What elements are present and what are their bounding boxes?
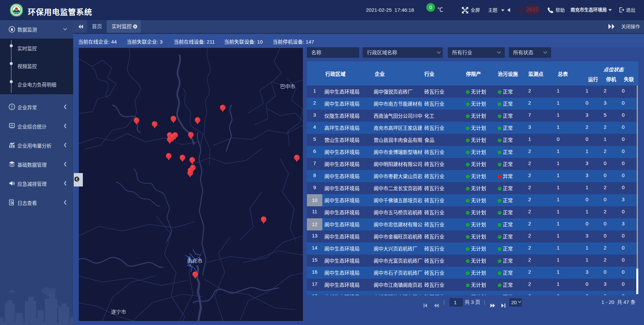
svg-text:遂宁市: 遂宁市 bbox=[111, 309, 126, 315]
svg-text:南充市: 南充市 bbox=[187, 258, 202, 264]
svg-text:巴中市: 巴中市 bbox=[280, 84, 295, 89]
